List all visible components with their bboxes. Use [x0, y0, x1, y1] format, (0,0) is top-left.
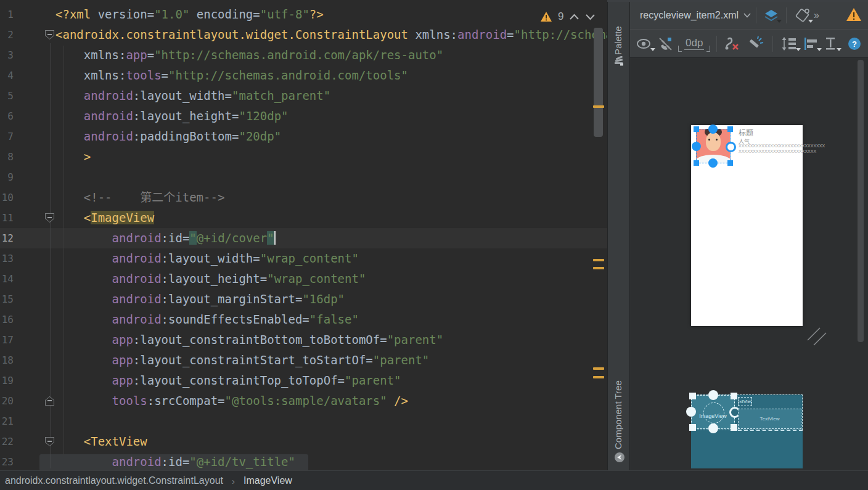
help-button[interactable]: ?: [848, 38, 861, 50]
warning-stripe-mark[interactable]: [593, 376, 604, 378]
code-line-3[interactable]: 3 xmlns:app="http://schemas.android.com/…: [0, 45, 607, 65]
align-button[interactable]: [800, 35, 821, 53]
code-text: app:layout_constraintTop_toTopOf="parent…: [55, 370, 401, 391]
design-scrollbar[interactable]: [858, 60, 864, 342]
pack-button[interactable]: [778, 35, 800, 53]
design-file-tab[interactable]: recycleview_item2.xml: [640, 10, 751, 21]
breadcrumb-item-constraintlayout[interactable]: androidx.constraintlayout.widget.Constra…: [5, 475, 223, 486]
code-text: <ImageView: [55, 208, 154, 228]
constraint-anchor-top[interactable]: [708, 125, 718, 134]
code-editor[interactable]: 1<?xml version="1.0" encoding="utf-8"?>2…: [0, 0, 607, 470]
view-options-button[interactable]: [634, 35, 655, 53]
resize-handle-top-left[interactable]: [694, 126, 699, 132]
warning-stripe-mark[interactable]: [593, 105, 604, 108]
code-text: android:layout_width="wrap_content": [55, 248, 359, 269]
bp-anchor-top[interactable]: [708, 390, 718, 400]
code-line-13[interactable]: 13 android:layout_width="wrap_content": [0, 248, 607, 269]
breadcrumb: androidx.constraintlayout.widget.Constra…: [5, 471, 292, 490]
code-text: xmlns:app="http://schemas.android.com/ap…: [55, 45, 443, 65]
editor-scrollbar[interactable]: [594, 28, 603, 137]
code-line-1[interactable]: 1<?xml version="1.0" encoding="utf-8"?>: [0, 4, 607, 25]
warning-stripe-mark[interactable]: [593, 367, 604, 370]
design-toolbar-row2: 0dp: [630, 30, 868, 57]
canvas-resize-handle[interactable]: [806, 327, 827, 348]
constraint-anchor-left[interactable]: [692, 142, 701, 151]
blueprint-textview[interactable]: TextView: [738, 409, 801, 429]
fold-marker-line-22[interactable]: [45, 437, 54, 446]
bp-resize-handle[interactable]: [689, 424, 696, 431]
constraint-anchor-right[interactable]: [726, 142, 736, 152]
warning-stripe-mark[interactable]: [593, 259, 604, 261]
blueprint-preview-card[interactable]: ImageView TextView TextView: [691, 394, 803, 468]
bp-resize-handle[interactable]: [689, 393, 696, 399]
code-line-20[interactable]: 20 tools:srcCompat="@tools:sample/avatar…: [0, 391, 607, 411]
bp-resize-handle[interactable]: [731, 424, 737, 431]
fold-marker-line-20[interactable]: [45, 396, 54, 406]
warning-icon[interactable]: [540, 11, 552, 22]
code-line-5[interactable]: 5 android:layout_width="match_parent": [0, 86, 607, 106]
fold-marker-line-2[interactable]: [45, 30, 54, 39]
render-warning-button[interactable]: [846, 7, 862, 24]
text-caret: [274, 231, 276, 245]
line-number: 18: [0, 350, 14, 370]
code-line-21[interactable]: 21: [0, 411, 607, 431]
code-line-9[interactable]: 9: [0, 167, 607, 187]
default-margin-control[interactable]: 0dp: [678, 37, 710, 51]
constraint-anchor-bottom[interactable]: [708, 158, 718, 168]
clear-constraints-button[interactable]: [722, 35, 744, 53]
line-number: 8: [0, 147, 14, 167]
code-line-8[interactable]: 8 >: [0, 147, 607, 167]
line-number: 16: [0, 309, 14, 330]
code-line-16[interactable]: 16 android:soundEffectsEnabled="false": [0, 309, 607, 330]
design-file-name: recycleview_item2.xml: [640, 10, 739, 21]
resize-handle-top-right[interactable]: [727, 126, 733, 132]
line-number: 4: [0, 65, 14, 86]
next-warning-icon[interactable]: [585, 14, 596, 20]
code-line-23[interactable]: 23 android:id="@+id/tv_title": [0, 452, 607, 470]
component-tree-icon[interactable]: [614, 452, 625, 463]
code-text: android:paddingBottom="20dp": [55, 126, 281, 147]
code-line-14[interactable]: 14 android:layout_height="wrap_content": [0, 269, 607, 289]
infer-constraints-button[interactable]: [744, 35, 768, 53]
code-line-4[interactable]: 4 xmlns:tools="http://schemas.android.co…: [0, 65, 607, 86]
design-surface-mode-button[interactable]: [761, 6, 781, 25]
code-line-7[interactable]: 7 android:paddingBottom="20dp": [0, 126, 607, 147]
code-line-18[interactable]: 18 app:layout_constraintStart_toStartOf=…: [0, 350, 607, 370]
previous-warning-icon[interactable]: [569, 14, 579, 20]
default-margin-value: 0dp: [684, 37, 704, 50]
design-toolbar-row1: recycleview_item2.xml: [630, 2, 868, 30]
code-line-11[interactable]: 11 <ImageView: [0, 208, 607, 228]
tab-component-tree[interactable]: Component Tree: [613, 374, 623, 449]
toolbar-overflow-chevron[interactable]: »: [814, 10, 819, 21]
code-line-19[interactable]: 19 app:layout_constraintTop_toTopOf="par…: [0, 370, 607, 391]
code-text: android:layout_marginStart="16dp": [55, 289, 345, 309]
autoconnect-toggle-button[interactable]: [655, 35, 677, 53]
code-line-22[interactable]: 22 <TextView: [0, 431, 607, 452]
code-line-12[interactable]: 12 android:id="@+id/cover": [0, 228, 607, 248]
code-text: <TextView: [55, 431, 147, 452]
distribute-button[interactable]: [821, 35, 841, 53]
bp-anchor-bottom[interactable]: [708, 423, 718, 433]
breadcrumb-item-imageview[interactable]: ImageView: [244, 475, 292, 486]
bp-resize-handle[interactable]: [731, 393, 737, 399]
code-text: app:layout_constraintBottom_toBottomOf="…: [55, 330, 443, 350]
tab-palette[interactable]: Palette: [613, 15, 623, 55]
blueprint-textview-title[interactable]: TextView: [738, 397, 752, 406]
orientation-button[interactable]: [792, 6, 813, 25]
code-line-6[interactable]: 6 android:layout_height="120dp": [0, 106, 607, 126]
resize-handle-bottom-left[interactable]: [694, 160, 699, 166]
line-number: 17: [0, 330, 14, 350]
line-number: 6: [0, 106, 14, 126]
resize-handle-bottom-right[interactable]: [727, 160, 733, 166]
warning-stripe-mark[interactable]: [593, 267, 604, 269]
code-line-17[interactable]: 17 app:layout_constraintBottom_toBottomO…: [0, 330, 607, 350]
design-surface[interactable]: 标题 人气 XXXXXXXXXXXXXXXXXXXXXXXXXXXXXX XXX…: [630, 58, 868, 470]
line-number: 15: [0, 289, 14, 309]
palette-icon[interactable]: [614, 56, 624, 67]
fold-marker-line-11[interactable]: [45, 213, 54, 223]
bp-anchor-left[interactable]: [686, 407, 696, 417]
code-line-15[interactable]: 15 android:layout_marginStart="16dp": [0, 289, 607, 309]
layout-preview-card[interactable]: 标题 人气 XXXXXXXXXXXXXXXXXXXXXXXXXXXXXX XXX…: [691, 125, 803, 326]
code-line-2[interactable]: 2<androidx.constraintlayout.widget.Const…: [0, 25, 607, 45]
code-line-10[interactable]: 10 <!-- 第二个item-->: [0, 187, 607, 208]
